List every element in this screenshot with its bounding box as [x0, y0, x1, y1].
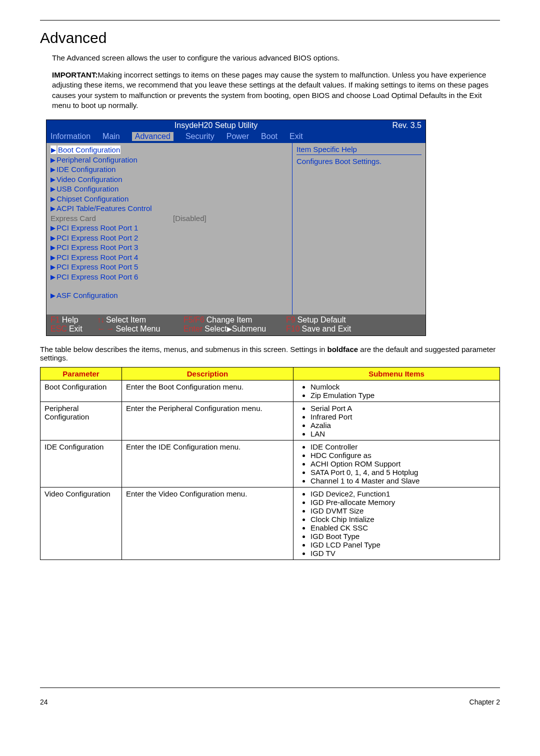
key-f9-label: Setup Default — [298, 316, 346, 324]
cell-param: Boot Configuration — [40, 380, 122, 402]
menu-label: PCI Express Root Port 1 — [56, 224, 138, 232]
triangle-icon — [50, 194, 56, 203]
svg-marker-9 — [50, 246, 56, 250]
list-item: Serial Port A — [310, 404, 496, 412]
triangle-icon — [50, 262, 56, 271]
menu-pci-port-2[interactable]: PCI Express Root Port 2 — [50, 233, 288, 243]
key-f9: F9 — [286, 316, 296, 324]
list-item: Zip Emulation Type — [310, 391, 496, 400]
bios-rev: Rev. 3.5 — [382, 121, 422, 130]
key-f5f6: F5/F6 — [184, 316, 204, 324]
menu-acpi-table[interactable]: ACPI Table/Features Control — [50, 204, 288, 214]
section-title: Advanced — [40, 30, 500, 46]
list-item: Infrared Port — [310, 412, 496, 421]
tab-power[interactable]: Power — [226, 132, 249, 141]
table-row: Peripheral Configuration Enter the Perip… — [40, 402, 500, 440]
list-item: LAN — [310, 430, 496, 438]
menu-chipset-configuration[interactable]: Chipset Configuration — [50, 194, 288, 204]
svg-marker-12 — [50, 275, 56, 280]
important-text: Making incorrect settings to items on th… — [52, 70, 488, 110]
menu-label: ACPI Table/Features Control — [56, 204, 152, 212]
list-item: SATA Port 0, 1, 4, and 5 Hotplug — [310, 468, 496, 476]
svg-marker-0 — [51, 148, 56, 153]
bios-menu: Boot Configuration Peripheral Configurat… — [46, 143, 292, 314]
list-item: IGD Pre-allocate Memory — [310, 498, 496, 506]
list-item: IGD DVMT Size — [310, 506, 496, 515]
svg-marker-3 — [50, 178, 56, 182]
svg-marker-14 — [227, 327, 232, 332]
page-footer: 24 Chapter 2 — [40, 688, 500, 706]
svg-marker-11 — [50, 265, 56, 270]
list-item: Clock Chip Intialize — [310, 515, 496, 524]
menu-usb-configuration[interactable]: USB Configuration — [50, 184, 288, 194]
list-item: ACHI Option ROM Support — [310, 460, 496, 468]
key-leftright: ← → — [97, 324, 114, 334]
menu-label: Video Configuration — [56, 175, 122, 184]
help-header: Item Specific Help — [296, 145, 422, 155]
triangle-icon — [50, 184, 56, 193]
menu-pci-port-6[interactable]: PCI Express Root Port 6 — [50, 272, 288, 282]
triangle-icon — [50, 272, 56, 281]
key-enter-label-b: Submenu — [232, 324, 266, 334]
bios-footer: F1Help ↑↓Select Item F5/F6Change Item F9… — [46, 314, 426, 336]
tab-information[interactable]: Information — [50, 132, 90, 141]
th-submenu: Submenu Items — [294, 367, 500, 380]
triangle-icon — [50, 224, 56, 232]
triangle-icon — [50, 165, 56, 174]
table-intro-bold: boldface — [327, 345, 358, 354]
tab-advanced[interactable]: Advanced — [132, 132, 174, 141]
menu-peripheral-configuration[interactable]: Peripheral Configuration — [50, 155, 288, 165]
important-label: IMPORTANT: — [52, 70, 98, 79]
key-f1-label: Help — [62, 316, 78, 324]
key-leftright-label: Select Menu — [116, 324, 160, 334]
svg-marker-8 — [50, 236, 56, 241]
menu-label: PCI Express Root Port 5 — [56, 262, 138, 271]
svg-marker-13 — [50, 294, 56, 298]
key-updown-label: Select Item — [106, 316, 146, 324]
triangle-icon — [50, 253, 56, 262]
table-row: Boot Configuration Enter the Boot Config… — [40, 380, 500, 402]
chapter-label: Chapter 2 — [470, 698, 500, 706]
menu-pci-port-4[interactable]: PCI Express Root Port 4 — [50, 252, 288, 262]
cell-sub: Numlock Zip Emulation Type — [294, 380, 500, 402]
tab-main[interactable]: Main — [102, 132, 120, 141]
menu-boot-configuration[interactable]: Boot Configuration — [50, 145, 288, 155]
menu-pci-port-5[interactable]: PCI Express Root Port 5 — [50, 262, 288, 272]
menu-label: IDE Configuration — [56, 165, 116, 174]
cell-desc: Enter the Peripheral Configuration menu. — [122, 402, 294, 440]
tab-exit[interactable]: Exit — [290, 132, 303, 141]
triangle-icon — [50, 175, 56, 184]
cell-param: Peripheral Configuration — [40, 402, 122, 440]
setting-value: [Disabled] — [173, 214, 206, 224]
menu-pci-port-3[interactable]: PCI Express Root Port 3 — [50, 242, 288, 252]
menu-express-card[interactable]: Express Card [Disabled] — [50, 214, 288, 224]
svg-marker-10 — [50, 256, 56, 260]
list-item: IGD TV — [310, 549, 496, 558]
bios-title: InsydeH20 Setup Utility — [50, 121, 382, 130]
key-enter: Enter — [184, 324, 202, 334]
key-f10-label: Save and Exit — [302, 324, 352, 334]
table-row: Video Configuration Enter the Video Conf… — [40, 487, 500, 560]
triangle-icon — [227, 324, 232, 334]
menu-ide-configuration[interactable]: IDE Configuration — [50, 164, 288, 174]
tab-boot[interactable]: Boot — [261, 132, 278, 141]
svg-marker-1 — [50, 158, 56, 163]
menu-label: ASF Configuration — [56, 291, 118, 300]
svg-marker-2 — [50, 168, 56, 172]
bios-tabs: Information Main Advanced Security Power… — [46, 131, 426, 143]
tab-security[interactable]: Security — [186, 132, 214, 141]
menu-label: PCI Express Root Port 3 — [56, 243, 138, 252]
triangle-icon — [50, 291, 56, 300]
list-item: IGD Device2, Function1 — [310, 490, 496, 498]
important-block: IMPORTANT:Making incorrect settings to i… — [52, 70, 500, 110]
menu-label: PCI Express Root Port 4 — [56, 253, 138, 262]
svg-marker-7 — [50, 226, 56, 231]
key-f5f6-label: Change Item — [206, 316, 252, 324]
th-parameter: Parameter — [40, 367, 122, 380]
menu-pci-port-1[interactable]: PCI Express Root Port 1 — [50, 223, 288, 233]
menu-asf-configuration[interactable]: ASF Configuration — [50, 290, 288, 300]
cell-sub: IDE Controller HDC Configure as ACHI Opt… — [294, 440, 500, 487]
menu-video-configuration[interactable]: Video Configuration — [50, 174, 288, 184]
key-esc: ESC — [50, 324, 67, 334]
list-item: IGD LCD Panel Type — [310, 540, 496, 549]
